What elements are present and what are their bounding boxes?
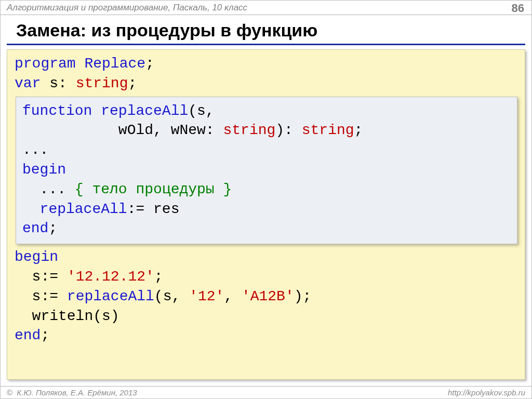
code-line: end; xyxy=(15,326,517,345)
header-bar: Алгоритмизация и программирование, Паска… xyxy=(1,1,531,15)
footer-url: http://kpolyakov.spb.ru xyxy=(448,388,525,397)
code-line: s:= '12.12.12'; xyxy=(15,267,517,287)
ident-replaceall: replaceAll xyxy=(40,201,127,217)
paren-close: ); xyxy=(294,288,312,304)
semi: ; xyxy=(354,122,363,138)
course-label: Алгоритмизация и программирование, Паска… xyxy=(7,3,247,13)
type-string: string xyxy=(76,75,128,91)
string-literal: '12.12.12' xyxy=(67,269,154,285)
kw-end: end xyxy=(15,327,41,343)
code-line: replaceAll:= res xyxy=(22,200,511,219)
kw-end: end xyxy=(22,220,48,236)
code-line: var s: string; xyxy=(15,74,517,94)
assign-res: := res xyxy=(127,201,180,217)
semi: ; xyxy=(41,327,49,343)
slide: Алгоритмизация и программирование, Паска… xyxy=(0,0,532,399)
copyright-icon: © xyxy=(7,388,12,397)
code-line: begin xyxy=(22,160,511,180)
indent xyxy=(22,201,40,217)
indent xyxy=(22,122,118,138)
code-line: program Replace; xyxy=(15,54,517,74)
comma: , xyxy=(224,288,242,304)
comment: { тело процедуры } xyxy=(75,181,232,197)
footer-bar: © К.Ю. Поляков, Е.А. Ерёмин, 2013 http:/… xyxy=(1,386,531,398)
string-literal: 'A12B' xyxy=(242,288,294,304)
kw-var: var xyxy=(15,75,49,91)
code-line: begin xyxy=(15,247,517,267)
paren: (s, xyxy=(154,288,189,304)
kw-function: function xyxy=(22,103,101,119)
inner-code-block: function replaceAll(s, wOld, wNew: strin… xyxy=(16,97,517,245)
title-underline xyxy=(7,44,525,45)
footer-authors: © К.Ю. Поляков, Е.А. Ерёмин, 2013 xyxy=(7,388,137,397)
semi: ; xyxy=(154,269,163,285)
var-decl: s: xyxy=(49,75,75,91)
page-number: 86 xyxy=(512,2,524,15)
paren-open: (s, xyxy=(188,103,214,119)
code-line: ... xyxy=(22,140,511,160)
outer-code-block: program Replace; var s: string; function… xyxy=(7,49,525,380)
type-string: string xyxy=(302,122,354,138)
kw-begin: begin xyxy=(15,249,58,265)
txt: s:= xyxy=(15,288,67,304)
mid: ): xyxy=(275,122,301,138)
slide-title: Замена: из процедуры в функцию xyxy=(1,15,531,44)
ellipsis: ... xyxy=(22,181,75,197)
code-line: function replaceAll(s, xyxy=(22,101,511,121)
code-line: writeln(s) xyxy=(15,307,517,326)
ident-replace: Replace xyxy=(84,56,145,72)
ident-replaceall: replaceAll xyxy=(101,103,188,119)
code-line: ... { тело процедуры } xyxy=(22,180,511,200)
authors-text: К.Ю. Поляков, Е.А. Ерёмин, 2013 xyxy=(17,388,137,397)
args: wOld, wNew: xyxy=(118,122,223,138)
ident-replaceall: replaceAll xyxy=(67,288,154,304)
kw-program: program xyxy=(15,56,84,72)
semi: ; xyxy=(48,220,57,236)
code-line: end; xyxy=(22,219,511,238)
code-line: s:= replaceAll(s, '12', 'A12B'); xyxy=(15,287,517,307)
txt: s:= xyxy=(15,269,67,285)
string-literal: '12' xyxy=(189,288,224,304)
code-line: wOld, wNew: string): string; xyxy=(22,121,511,140)
kw-begin: begin xyxy=(22,162,66,178)
semi: ; xyxy=(145,56,154,72)
type-string: string xyxy=(223,122,275,138)
semi: ; xyxy=(128,75,137,91)
